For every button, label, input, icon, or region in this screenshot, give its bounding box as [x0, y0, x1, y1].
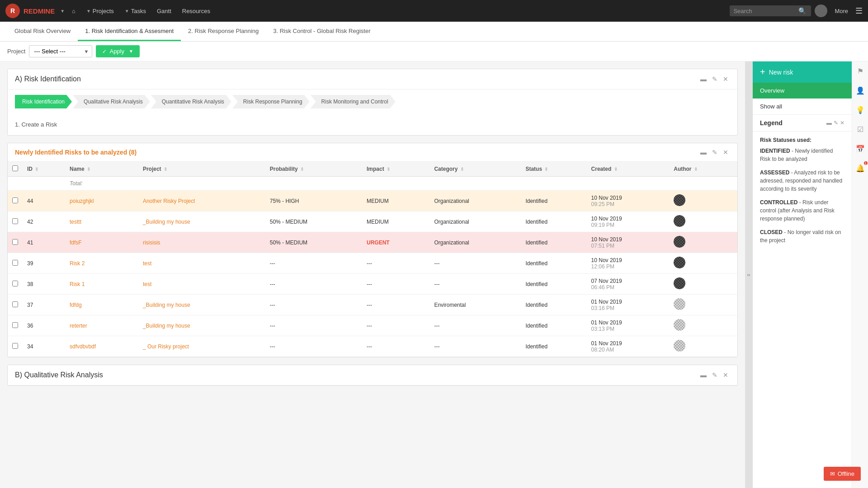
risks-table-edit-button[interactable]: ✎ [710, 148, 719, 157]
section-a-edit-button[interactable]: ✎ [710, 75, 719, 84]
project-select[interactable]: --- Select --- [29, 45, 92, 57]
project-link[interactable]: test [143, 260, 151, 267]
apply-button[interactable]: ✓ Apply ▼ [96, 45, 139, 57]
row-checkbox[interactable] [12, 260, 18, 266]
tab-global-risk[interactable]: Global Risk Overview [7, 22, 78, 41]
risk-name-link[interactable]: fdfdg [70, 302, 82, 308]
row-author [669, 191, 737, 211]
section-a-minimize-button[interactable]: ▬ [698, 75, 708, 84]
row-checkbox-cell [8, 295, 23, 315]
row-checkbox[interactable] [12, 343, 18, 349]
workflow-step-risk-response[interactable]: Risk Response Planning [232, 95, 310, 108]
offline-badge[interactable]: ✉ Offline [824, 467, 861, 481]
col-created[interactable]: Created ⇕ [587, 162, 670, 177]
new-risk-button[interactable]: + New risk [753, 61, 852, 83]
row-checkbox[interactable] [12, 239, 18, 245]
workflow-step-risk-id[interactable]: Risk Identification [15, 95, 72, 108]
lightbulb-icon[interactable]: 💡 [854, 104, 867, 116]
tab-risk-identification[interactable]: 1. Risk Identification & Assesment [78, 22, 181, 41]
section-b-minimize-button[interactable]: ▬ [698, 371, 708, 380]
tab-risk-control[interactable]: 3. Risk Control - Global Risk Register [266, 22, 377, 41]
checklist-icon[interactable]: ☑ [855, 123, 865, 136]
section-b-edit-button[interactable]: ✎ [710, 371, 719, 380]
project-link[interactable]: _Building my house [143, 219, 190, 225]
show-all-button[interactable]: Show all [753, 99, 852, 115]
project-link[interactable]: _Building my house [143, 302, 190, 308]
col-id[interactable]: ID ⇕ [23, 162, 65, 177]
project-link[interactable]: _ Our Risky project [143, 343, 189, 350]
row-category: Organizational [429, 191, 521, 211]
row-probability: 50% - MEDIUM [265, 232, 362, 253]
user-avatar[interactable] [815, 5, 827, 17]
workflow-step-risk-monitor[interactable]: Risk Monitoring and Control [311, 95, 396, 108]
risks-table-close-button[interactable]: ✕ [721, 148, 730, 157]
nav-tasks[interactable]: ▼ Tasks [121, 6, 150, 16]
workflow-step-qual-risk[interactable]: Qualitative Risk Analysis [73, 95, 150, 108]
col-impact[interactable]: Impact ⇕ [362, 162, 429, 177]
tab-risk-response[interactable]: 2. Risk Response Planning [181, 22, 266, 41]
row-checkbox[interactable] [12, 281, 18, 286]
user-profile-icon[interactable]: 👤 [854, 84, 867, 97]
risk-name-link[interactable]: poiuzghjkl [70, 198, 94, 204]
section-a-close-button[interactable]: ✕ [721, 75, 730, 84]
project-link[interactable]: Another Risky Project [143, 198, 195, 204]
legend-minimize-button[interactable]: ▬ [826, 120, 832, 126]
col-category[interactable]: Category ⇕ [429, 162, 521, 177]
nav-home[interactable]: ⌂ [68, 6, 79, 16]
collapse-panel-button[interactable]: ‹› [745, 61, 752, 488]
row-status: Identified [521, 232, 586, 253]
search-icon[interactable]: 🔍 [798, 7, 806, 14]
calendar-icon[interactable]: 📅 [854, 143, 867, 155]
row-checkbox[interactable] [12, 301, 18, 307]
alarm-icon[interactable]: 🔔 1 [854, 162, 867, 174]
nav-resources[interactable]: Resources [179, 6, 214, 16]
row-checkbox[interactable] [12, 197, 18, 203]
project-link[interactable]: test [143, 281, 151, 287]
risk-name-link[interactable]: Risk 1 [70, 281, 85, 287]
risk-name-link[interactable]: reterter [70, 323, 87, 329]
project-link[interactable]: risisisis [143, 239, 160, 246]
row-id: 39 [23, 253, 65, 274]
tasks-chevron: ▼ [125, 9, 129, 14]
workflow-step-quant-risk[interactable]: Quantitative Risk Analysis [151, 95, 231, 108]
row-checkbox[interactable] [12, 218, 18, 224]
risk-name-link[interactable]: Risk 2 [70, 260, 85, 267]
risk-name-link[interactable]: fdfsF [70, 239, 82, 246]
col-project[interactable]: Project ⇕ [138, 162, 265, 177]
select-all-checkbox[interactable] [12, 165, 18, 171]
row-checkbox[interactable] [12, 322, 18, 328]
legend-edit-button[interactable]: ✎ [834, 120, 838, 126]
row-id: 42 [23, 211, 65, 232]
row-created: 10 Nov 201907:51 PM [587, 232, 670, 253]
col-name[interactable]: Name ⇕ [65, 162, 138, 177]
search-input[interactable] [733, 8, 797, 14]
sort-status-icon: ⇕ [544, 167, 548, 172]
row-probability: --- [265, 336, 362, 357]
apply-chevron-icon: ▼ [129, 49, 133, 54]
sort-impact-icon: ⇕ [387, 167, 390, 172]
nav-more[interactable]: More [831, 6, 852, 16]
risk-name-link[interactable]: testtt [70, 219, 81, 225]
sort-project-icon: ⇕ [164, 167, 167, 172]
nav-gantt[interactable]: Gantt [153, 6, 175, 16]
risk-name-link[interactable]: sdfvdbvbdf [70, 343, 96, 350]
col-check [8, 162, 23, 177]
row-status: Identified [521, 295, 586, 315]
flag-icon[interactable]: ⚑ [855, 65, 865, 77]
project-link[interactable]: _Building my house [143, 323, 190, 329]
section-b-close-button[interactable]: ✕ [721, 371, 730, 380]
hamburger-menu-icon[interactable]: ☰ [855, 6, 863, 16]
col-probability[interactable]: Probability ⇕ [265, 162, 362, 177]
legend-close-button[interactable]: ✕ [840, 120, 844, 126]
row-id: 41 [23, 232, 65, 253]
sort-name-icon: ⇕ [87, 167, 90, 172]
col-status[interactable]: Status ⇕ [521, 162, 586, 177]
section-b-actions: ▬ ✎ ✕ [698, 371, 730, 380]
app-logo[interactable]: R [5, 4, 20, 18]
col-author[interactable]: Author ⇕ [669, 162, 737, 177]
nav-projects[interactable]: ▼ Projects [83, 6, 118, 16]
legend-item: CLOSED - No longer valid risk on the pro… [760, 228, 844, 244]
row-created: 01 Nov 201908:20 AM [587, 336, 670, 357]
overview-button[interactable]: Overview [753, 83, 852, 99]
risks-table-minimize-button[interactable]: ▬ [698, 148, 708, 157]
